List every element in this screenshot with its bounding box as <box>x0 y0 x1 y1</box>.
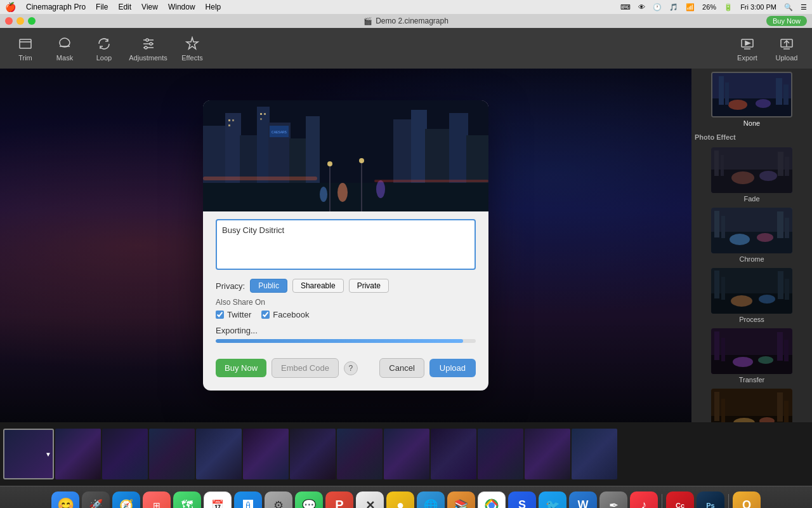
modal-preview-image: CAESARS <box>203 100 488 211</box>
close-button[interactable] <box>5 17 13 25</box>
svg-point-49 <box>756 99 771 108</box>
filmstrip-main-frame[interactable]: ▼ <box>3 429 54 479</box>
battery-icon: 🔋 <box>724 3 733 11</box>
effect-none-thumb <box>711 72 792 117</box>
menu-window[interactable]: Window <box>168 3 195 11</box>
dock-chrome[interactable] <box>478 491 506 509</box>
privacy-public-button[interactable]: Public <box>250 279 287 293</box>
svg-rect-83 <box>721 338 725 361</box>
svg-point-6 <box>146 39 148 41</box>
menu-view[interactable]: View <box>141 3 158 11</box>
notification-icon[interactable]: ☰ <box>801 3 807 11</box>
dock-launchpad2[interactable]: ⊞ <box>143 491 171 509</box>
menu-help[interactable]: Help <box>206 3 221 11</box>
svg-point-56 <box>731 171 754 184</box>
dock-settings[interactable]: ⚙ <box>265 491 292 509</box>
dock-launchpad[interactable]: 🚀 <box>82 491 110 509</box>
buy-now-pill[interactable]: Buy Now <box>766 16 807 26</box>
filmstrip-frame[interactable] <box>337 429 383 479</box>
toolbar-export[interactable]: Export <box>728 31 766 65</box>
filmstrip-frame[interactable] <box>102 429 148 479</box>
maximize-button[interactable] <box>28 17 36 25</box>
embed-code-button[interactable]: Embed Code <box>272 358 339 378</box>
facebook-checkbox[interactable] <box>261 311 270 319</box>
toolbar-mask[interactable]: Mask <box>46 31 84 65</box>
minimize-button[interactable] <box>16 17 24 25</box>
toolbar-adjustments[interactable]: Adjustments <box>124 31 172 65</box>
svg-point-73 <box>759 295 775 304</box>
filmstrip-frame[interactable] <box>196 429 242 479</box>
filmstrip-frame[interactable] <box>149 429 195 479</box>
share-facebook-option[interactable]: Facebook <box>261 310 309 319</box>
dock-photoshop[interactable]: Ps <box>697 491 724 509</box>
filmstrip-frame[interactable] <box>431 429 476 479</box>
menu-bar-right: ⌨ 👁 🕐 🎵 📶 26% 🔋 Fri 3:00 PM 🔍 ☰ <box>620 3 807 11</box>
filmstrip-frame[interactable] <box>243 429 289 479</box>
menu-edit[interactable]: Edit <box>118 3 131 11</box>
menu-app-name[interactable]: Cinemagraph Pro <box>26 3 86 11</box>
dock-messages[interactable]: 💬 <box>295 491 323 509</box>
search-icon[interactable]: 🔍 <box>784 3 793 11</box>
dock-gold[interactable]: ● <box>386 491 414 509</box>
dock-finder[interactable]: 😊 <box>51 491 79 509</box>
caption-input[interactable]: Busy City Dsitrict <box>216 219 476 270</box>
dock-music[interactable]: ♪ <box>630 491 658 509</box>
dock-maps[interactable]: 🗺 <box>173 491 201 509</box>
adjustments-label: Adjustments <box>129 54 167 62</box>
svg-rect-52 <box>776 78 782 105</box>
dock-twitter[interactable]: 🐦 <box>539 491 566 509</box>
dock-calendar[interactable]: 📅 <box>204 491 232 509</box>
dock-books[interactable]: 📚 <box>447 491 475 509</box>
apple-menu[interactable]: 🍎 <box>5 2 16 12</box>
share-options: Twitter Facebook <box>216 310 476 319</box>
effect-fade-thumb <box>711 147 792 193</box>
svg-rect-36 <box>203 177 317 180</box>
dock-safari[interactable]: 🧭 <box>112 491 140 509</box>
svg-point-8 <box>145 46 147 49</box>
dock-papyrus[interactable]: P <box>325 491 353 509</box>
filmstrip-frame[interactable] <box>478 429 523 479</box>
dock-appstore[interactable]: 🅰 <box>234 491 262 509</box>
modal-overlay: CAESARS Busy City Dsitrict Privacy: Publ… <box>0 69 691 422</box>
menu-file[interactable]: File <box>96 3 108 11</box>
effect-chrome[interactable]: Chrome <box>695 208 809 263</box>
dock-network[interactable]: 🌐 <box>417 491 445 509</box>
filmstrip-frame[interactable] <box>55 429 101 479</box>
toolbar-trim[interactable]: Trim <box>6 31 44 65</box>
toolbar-effects[interactable]: Effects <box>173 31 211 65</box>
dock-quill[interactable]: ✒ <box>599 491 627 509</box>
privacy-private-button[interactable]: Private <box>349 279 389 293</box>
filmstrip-frame[interactable] <box>384 429 429 479</box>
filmstrip-frame[interactable] <box>525 429 570 479</box>
filmstrip-frame[interactable] <box>290 429 336 479</box>
dock-slides[interactable]: S <box>508 491 536 509</box>
effect-none-label: None <box>743 119 760 127</box>
battery-percent: 26% <box>702 3 716 11</box>
dock-x[interactable]: ✕ <box>356 491 384 509</box>
filmstrip-frame[interactable] <box>572 429 617 479</box>
effect-instant[interactable]: Instant <box>695 389 809 422</box>
help-button[interactable]: ? <box>344 361 358 375</box>
toolbar-loop[interactable]: Loop <box>85 31 123 65</box>
svg-rect-66 <box>714 211 719 237</box>
effect-process[interactable]: Process <box>695 268 809 323</box>
upload-button[interactable]: Upload <box>429 359 476 377</box>
privacy-shareable-button[interactable]: Shareable <box>292 279 344 293</box>
toolbar-upload[interactable]: Upload <box>768 31 806 65</box>
dock-adobe-cc[interactable]: Cc <box>666 491 694 509</box>
svg-rect-69 <box>785 218 789 238</box>
twitter-checkbox[interactable] <box>216 311 224 319</box>
svg-rect-61 <box>785 157 789 176</box>
cancel-button[interactable]: Cancel <box>379 358 424 378</box>
svg-rect-37 <box>374 180 488 182</box>
share-twitter-option[interactable]: Twitter <box>216 310 251 319</box>
dock-app-misc[interactable]: Q <box>733 491 761 509</box>
dock-word[interactable]: W <box>569 491 597 509</box>
adjustments-icon <box>140 35 157 53</box>
modal-footer: Buy Now Embed Code ? Cancel Upload <box>203 351 488 378</box>
effect-fade[interactable]: Fade <box>695 147 809 203</box>
effect-none[interactable]: None <box>695 72 809 127</box>
effect-transfer[interactable]: Transfer <box>695 328 809 384</box>
modal-buy-now-button[interactable]: Buy Now <box>216 359 266 377</box>
also-share-label: Also Share On <box>216 298 476 307</box>
